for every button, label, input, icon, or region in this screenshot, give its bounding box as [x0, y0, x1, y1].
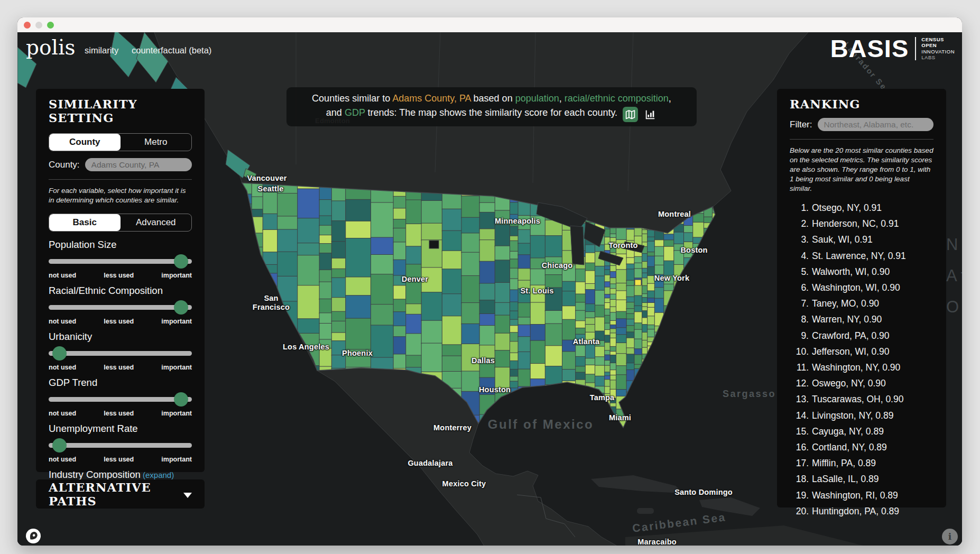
ranking-entry[interactable]: 14.Livingston, NY, 0.89 [790, 408, 933, 423]
slider-label: Industry Composition (expand) [49, 469, 192, 481]
county-input[interactable] [85, 158, 192, 171]
ranking-entry[interactable]: 13.Tuscarawas, OH, 0.90 [790, 391, 933, 407]
banner-text-segment: based on [471, 93, 515, 104]
slider-thumb[interactable] [174, 392, 188, 407]
slider-thumb[interactable] [174, 254, 188, 269]
filter-field-label: Filter: [790, 119, 812, 130]
top-nav: polis similarity counterfactual (beta) [17, 32, 962, 67]
window-titlebar [17, 17, 962, 32]
ranking-title: RANKING [790, 97, 933, 111]
ranking-entry[interactable]: 8.Warren, NY, 0.90 [790, 311, 933, 327]
slider-thumb[interactable] [174, 300, 188, 315]
map-viewport: NorthAtlanticOcean EdmontonVancouverSeat… [17, 32, 962, 546]
tab-advanced[interactable]: Advanced [121, 214, 192, 231]
alternative-paths-title: ALTERNATIVE PATHS [49, 481, 177, 508]
slider-block: GDP Trendnot usedless usedimportant [49, 377, 192, 417]
slider-rail[interactable] [49, 351, 192, 356]
ranking-entry[interactable]: 6.Washington, WI, 0.90 [790, 280, 933, 296]
ranking-entry[interactable]: 11.Washington, NY, 0.90 [790, 359, 933, 375]
ranking-entry[interactable]: 12.Oswego, NY, 0.90 [790, 375, 933, 391]
ranking-entry[interactable]: 9.Crawford, PA, 0.90 [790, 328, 933, 344]
slider-thumb[interactable] [52, 438, 67, 453]
industry-expand-link[interactable]: (expand) [141, 470, 174, 479]
tab-basic[interactable]: Basic [49, 214, 121, 231]
slider-rail[interactable] [49, 259, 192, 264]
census-open-innovation-labs: CENSUS OPEN INNOVATION LABS [921, 36, 955, 61]
ranking-entry[interactable]: 5.Walworth, WI, 0.90 [790, 264, 933, 280]
ranking-entry[interactable]: 4.St. Lawrence, NY, 0.91 [790, 248, 933, 264]
slider-label: Racial/Ethnic Composition [49, 285, 192, 297]
slider-scale-labels: not usedless usedimportant [49, 272, 192, 279]
ranking-entry[interactable]: 17.Mifflin, PA, 0.89 [790, 455, 933, 471]
ranking-description: Below are the 20 most similar counties b… [790, 146, 933, 193]
slider-track[interactable] [49, 438, 192, 453]
alternative-paths-toggle[interactable]: ALTERNATIVE PATHS [49, 481, 192, 508]
slider-block: Unemployment Ratenot usedless usedimport… [49, 423, 192, 463]
ranking-entry[interactable]: 19.Washington, RI, 0.89 [790, 487, 933, 503]
slider-scale-labels: not usedless usedimportant [49, 364, 192, 371]
polis-logo: polis [26, 35, 75, 59]
banner-text-segment: and [326, 107, 345, 118]
nav-item-similarity[interactable]: similarity [85, 45, 118, 56]
variable-sliders: Population Sizenot usedless usedimportan… [49, 239, 192, 498]
alternative-paths-panel: ALTERNATIVE PATHS [36, 479, 205, 509]
tab-metro[interactable]: Metro [121, 134, 192, 151]
slider-rail[interactable] [49, 443, 192, 448]
slider-track[interactable] [49, 254, 192, 269]
slider-label: Urbanicity [49, 331, 192, 343]
chevron-down-icon [183, 493, 192, 498]
ranking-entry[interactable]: 7.Taney, MO, 0.90 [790, 296, 933, 311]
variables-instructions: For each variable, select how important … [49, 186, 192, 205]
chart-view-toggle-icon[interactable] [643, 107, 657, 122]
county-field-label: County: [49, 160, 80, 170]
panel-divider [49, 179, 192, 180]
slider-scale-labels: not usedless usedimportant [49, 410, 192, 417]
map-view-toggle-icon[interactable] [623, 107, 638, 122]
ranking-entry[interactable]: 1.Otsego, NY, 0.91 [790, 200, 933, 216]
slider-block: Population Sizenot usedless usedimportan… [49, 239, 192, 279]
minimize-button-icon[interactable] [35, 22, 42, 29]
attribution-info-button[interactable]: i [942, 529, 958, 544]
map-description-banner: Counties similar to Adams County, PA bas… [286, 87, 697, 126]
slider-rail[interactable] [49, 305, 192, 310]
close-button-icon[interactable] [24, 22, 31, 29]
tab-county[interactable]: County [49, 134, 121, 151]
slider-rail[interactable] [49, 397, 192, 402]
slider-thumb[interactable] [52, 346, 67, 361]
banner-text-segment: trends: The map shows the similarity sco… [365, 107, 618, 118]
similarity-setting-title: SIMILARITY SETTING [49, 97, 192, 125]
nav-item-counterfactual[interactable]: counterfactual (beta) [132, 45, 211, 56]
brand-divider [915, 37, 916, 60]
banner-highlight-segment: racial/ethnic composition [565, 93, 669, 104]
mapbox-logo[interactable] [25, 528, 41, 544]
banner-highlight-segment: GDP [345, 107, 365, 118]
ranking-entry[interactable]: 10.Jefferson, WI, 0.90 [790, 344, 933, 359]
ranking-entry[interactable]: 2.Henderson, NC, 0.91 [790, 216, 933, 232]
slider-label: Unemployment Rate [49, 423, 192, 435]
slider-track[interactable] [49, 300, 192, 315]
slider-label: Population Size [49, 239, 192, 251]
slider-block: Racial/Ethnic Compositionnot usedless us… [49, 285, 192, 325]
banner-text: Counties similar to Adams County, PA bas… [312, 91, 671, 122]
slider-track[interactable] [49, 346, 192, 361]
banner-highlight-segment: population [515, 93, 559, 104]
ranking-entry[interactable]: 18.LaSalle, IL, 0.89 [790, 471, 933, 487]
ranking-entry[interactable]: 15.Cayuga, NY, 0.89 [790, 423, 933, 439]
ranking-entry[interactable]: 16.Cortland, NY, 0.89 [790, 439, 933, 455]
ranking-entry[interactable]: 20.Huntingdon, PA, 0.89 [790, 503, 933, 519]
slider-block: Urbanicitynot usedless usedimportant [49, 331, 192, 371]
slider-scale-labels: not usedless usedimportant [49, 456, 192, 463]
ranking-panel: RANKING Filter: Below are the 20 most si… [777, 89, 946, 507]
slider-label: GDP Trend [49, 377, 192, 389]
panel-divider [790, 139, 933, 140]
filter-input[interactable] [818, 118, 934, 131]
zoom-button-icon[interactable] [47, 22, 54, 29]
ranking-entry[interactable]: 3.Sauk, WI, 0.91 [790, 232, 933, 247]
banner-text-segment: , [669, 93, 671, 104]
slider-track[interactable] [49, 392, 192, 407]
slider-scale-labels: not usedless usedimportant [49, 318, 192, 325]
app-window: NorthAtlanticOcean EdmontonVancouverSeat… [17, 17, 962, 546]
banner-highlight-segment: Adams County, PA [392, 93, 470, 104]
ranking-list: 1.Otsego, NY, 0.912.Henderson, NC, 0.913… [790, 200, 933, 519]
mode-tabgroup: Basic Advanced [49, 214, 192, 232]
